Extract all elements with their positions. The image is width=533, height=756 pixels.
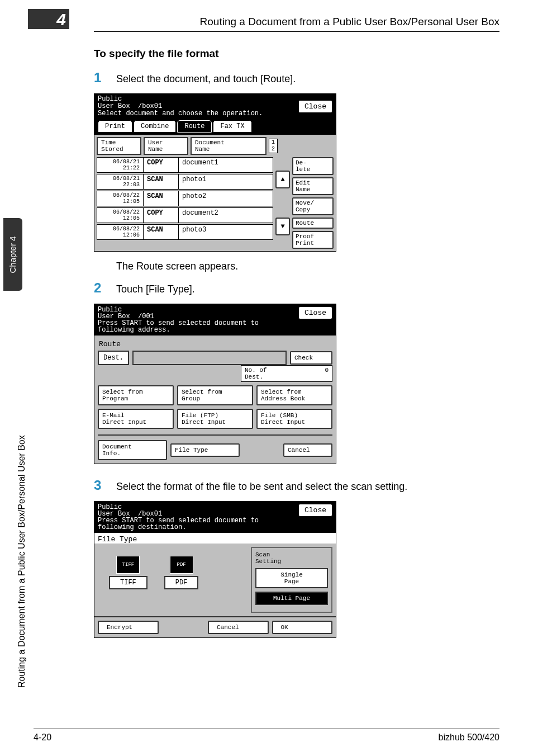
delete-button[interactable]: De- lete — [292, 157, 334, 175]
tab-print[interactable]: Print — [98, 120, 132, 133]
select-from-group-button[interactable]: Select from Group — [177, 385, 253, 405]
s1-breadcrumb-box: /box01 — [138, 102, 162, 110]
tiff-button[interactable]: TIFF — [109, 576, 147, 589]
cell-time: 06/08/22 12:06 — [97, 225, 144, 239]
step-1-followup: The Route screen appears. — [116, 261, 499, 272]
ok-button[interactable]: OK — [272, 621, 333, 634]
table-row[interactable]: 06/08/21 22:03SCANphoto1 — [97, 174, 273, 190]
move-copy-button[interactable]: Move/ Copy — [292, 197, 334, 215]
cell-user: SCAN — [144, 174, 179, 189]
col-time-stored[interactable]: Time Stored — [97, 137, 141, 155]
cancel-button[interactable]: Cancel — [283, 443, 332, 457]
page-indicator: 12 — [269, 139, 278, 153]
check-button[interactable]: Check — [290, 351, 332, 365]
footer-page-number: 4-20 — [34, 733, 51, 743]
file-ftp-direct-input-button[interactable]: File (FTP) Direct Input — [177, 409, 253, 429]
cell-doc: photo3 — [179, 225, 253, 239]
cell-doc: document1 — [179, 158, 253, 172]
header-rule — [94, 31, 499, 32]
step-1-number: 1 — [94, 70, 116, 86]
table-row[interactable]: 06/08/22 12:06SCANphoto3 — [97, 224, 273, 240]
cell-time: 06/08/22 12:05 — [97, 191, 144, 206]
screenshot-1: PublicUser Box /box01 Select document an… — [94, 93, 336, 252]
tab-fax-tx[interactable]: Fax TX — [213, 120, 251, 133]
close-button[interactable]: Close — [298, 504, 332, 517]
pdf-button[interactable]: PDF — [164, 576, 199, 589]
select-from-program-button[interactable]: Select from Program — [98, 385, 174, 405]
cell-doc: photo1 — [179, 174, 253, 189]
s3-prompt: Press START to send selected document to… — [98, 517, 259, 531]
tab-route[interactable]: Route — [177, 120, 212, 133]
edit-name-button[interactable]: Edit Name — [292, 177, 334, 195]
close-button[interactable]: Close — [298, 100, 332, 113]
tab-combine[interactable]: Combine — [134, 120, 176, 133]
scroll-down-icon[interactable]: ▼ — [275, 218, 290, 235]
file-smb-direct-input-button[interactable]: File (SMB) Direct Input — [256, 409, 332, 429]
cell-user: COPY — [144, 208, 179, 223]
table-row[interactable]: 06/08/22 12:05COPYdocument2 — [97, 207, 273, 223]
cell-user: SCAN — [144, 225, 179, 239]
table-row[interactable]: 06/08/21 21:22COPYdocument1 — [97, 157, 273, 173]
cell-time: 06/08/21 21:22 — [97, 158, 144, 172]
col-document-name: Document Name — [191, 137, 266, 155]
close-button[interactable]: Close — [298, 306, 332, 319]
no-of-dest-display: No. of Dest.0 — [241, 365, 332, 382]
step-2-number: 2 — [94, 280, 116, 296]
route-section-label: Route — [99, 340, 332, 348]
document-info-button[interactable]: Document Info. — [98, 440, 167, 460]
s1-prompt: Select document and choose the operation… — [98, 110, 263, 117]
file-type-button[interactable]: File Type — [170, 443, 240, 457]
proof-print-button[interactable]: Proof Print — [292, 231, 334, 249]
route-button[interactable]: Route — [292, 218, 334, 229]
step-2-text: Touch [File Type]. — [116, 284, 195, 295]
step-1-text: Select the document, and touch [Route]. — [116, 73, 296, 85]
cell-user: SCAN — [144, 191, 179, 206]
page-header-title: Routing a Document from a Public User Bo… — [11, 16, 499, 28]
screenshot-2: PublicUser Box /001 Press START to send … — [94, 304, 336, 464]
file-type-title: File Type — [94, 533, 336, 544]
dest-label: Dest. — [98, 351, 129, 365]
step-3-number: 3 — [94, 478, 116, 493]
dest-field[interactable] — [132, 351, 287, 365]
pdf-icon: PDF — [170, 556, 193, 574]
table-row[interactable]: 06/08/22 12:05SCANphoto2 — [97, 191, 273, 206]
email-direct-input-button[interactable]: E-Mail Direct Input — [98, 409, 174, 429]
multi-page-button[interactable]: Multi Page — [255, 592, 328, 605]
cancel-button[interactable]: Cancel — [208, 621, 269, 634]
cell-user: COPY — [144, 158, 179, 172]
cell-doc: photo2 — [179, 191, 253, 206]
s2-prompt: Press START to send selected document to… — [98, 320, 259, 333]
cell-time: 06/08/21 22:03 — [97, 174, 144, 189]
tiff-icon: TIFF — [116, 556, 140, 574]
footer-model: bizhub 500/420 — [439, 733, 499, 743]
cell-doc: document2 — [179, 208, 253, 223]
s1-breadcrumb-1: Public — [98, 95, 122, 103]
side-chapter-label: Chapter 4 — [8, 236, 18, 273]
scroll-up-icon[interactable]: ▲ — [275, 171, 290, 188]
encrypt-button[interactable]: Encrypt — [98, 621, 159, 634]
chapter-badge: 4 — [28, 9, 69, 29]
section-title: To specify the file format — [94, 48, 499, 60]
side-chapter-tab: Chapter 4 — [3, 218, 22, 291]
screenshot-3: PublicUser Box /box01 Press START to sen… — [94, 501, 336, 638]
scan-setting-title: Scan Setting — [255, 551, 328, 565]
col-user-name: User Name — [144, 137, 188, 155]
select-from-address-book-button[interactable]: Select from Address Book — [256, 385, 332, 405]
step-3-text: Select the format of the file to be sent… — [116, 481, 407, 493]
s1-breadcrumb-2: User Box — [98, 102, 130, 110]
cell-time: 06/08/22 12:05 — [97, 208, 144, 223]
side-vertical-title: Routing a Document from a Public User Bo… — [17, 435, 27, 688]
single-page-button[interactable]: Single Page — [255, 568, 328, 588]
